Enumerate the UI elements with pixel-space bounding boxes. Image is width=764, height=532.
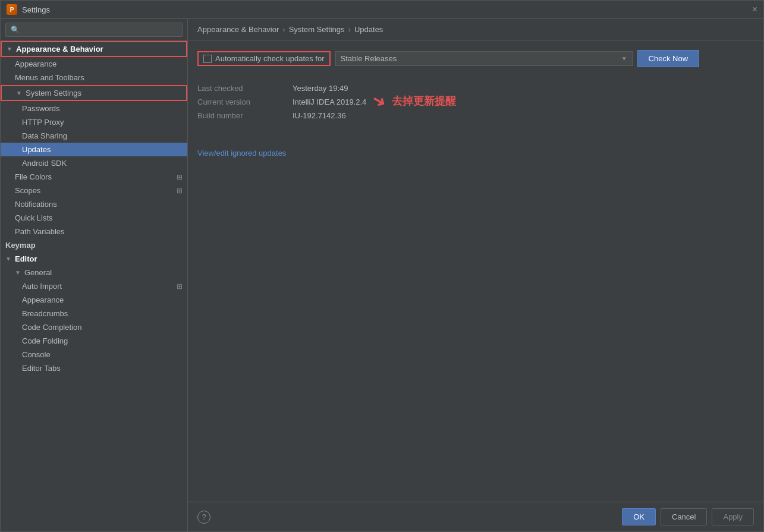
- sidebar-item-notifications[interactable]: Notifications: [1, 197, 187, 211]
- sidebar-item-appearance-editor[interactable]: Appearance: [1, 293, 187, 307]
- auto-check-checkbox[interactable]: [203, 55, 212, 63]
- update-type-dropdown[interactable]: Stable Releases ▼: [335, 51, 633, 66]
- sidebar-item-scopes[interactable]: Scopes ⊞: [1, 184, 187, 197]
- sidebar-item-breadcrumbs[interactable]: Breadcrumbs: [1, 307, 187, 320]
- sidebar: ▼ Appearance & Behavior Appearance Menus…: [1, 19, 188, 531]
- sidebar-item-label: Editor: [15, 254, 37, 263]
- sidebar-item-label: File Colors: [15, 172, 52, 181]
- view-link-container: View/edit ignored updates: [197, 139, 754, 158]
- arrow-icon: ▼: [7, 46, 15, 52]
- sidebar-item-label: Path Variables: [15, 227, 65, 236]
- sidebar-item-label: Passwords: [22, 104, 60, 113]
- sidebar-content: ▼ Appearance & Behavior Appearance Menus…: [1, 41, 187, 531]
- sidebar-item-appearance[interactable]: Appearance: [1, 57, 187, 71]
- main-content: ▼ Appearance & Behavior Appearance Menus…: [1, 19, 763, 531]
- bottom-bar: ? OK Cancel Apply: [188, 502, 763, 531]
- settings-window: P Settings × ▼ Appearance & Behavior App…: [0, 0, 764, 532]
- auto-check-label: Automatically check updates for: [215, 54, 325, 63]
- sidebar-item-label: Code Completion: [22, 323, 81, 332]
- title-bar: P Settings ×: [1, 1, 763, 19]
- sidebar-item-data-sharing[interactable]: Data Sharing: [1, 129, 187, 143]
- sidebar-item-label: Auto Import: [22, 282, 62, 291]
- sidebar-item-label: System Settings: [26, 89, 81, 97]
- sidebar-item-passwords[interactable]: Passwords: [1, 102, 187, 115]
- search-bar: [1, 19, 187, 41]
- file-colors-icon: ⊞: [177, 173, 183, 181]
- auto-import-icon: ⊞: [177, 282, 183, 291]
- help-button[interactable]: ?: [197, 511, 210, 524]
- annotation-arrow-icon: ➜: [369, 89, 390, 112]
- ok-button[interactable]: OK: [622, 508, 656, 525]
- breadcrumb-sep-2: ›: [348, 25, 351, 34]
- sidebar-item-label: HTTP Proxy: [22, 118, 64, 127]
- sidebar-item-file-colors[interactable]: File Colors ⊞: [1, 170, 187, 184]
- sidebar-item-label: Appearance: [22, 295, 64, 304]
- sidebar-item-label: Breadcrumbs: [22, 309, 68, 318]
- sidebar-item-label: Menus and Toolbars: [15, 73, 84, 82]
- sidebar-item-console[interactable]: Console: [1, 348, 187, 361]
- breadcrumb-system-settings: System Settings: [289, 25, 345, 34]
- dropdown-arrow-icon: ▼: [621, 55, 627, 62]
- sidebar-item-general[interactable]: ▼ General: [1, 266, 187, 279]
- info-section: Last checked Yesterday 19:49 Current ver…: [197, 79, 754, 125]
- sidebar-item-code-completion[interactable]: Code Completion: [1, 320, 187, 334]
- sidebar-item-appearance-behavior[interactable]: ▼ Appearance & Behavior: [1, 41, 187, 57]
- sidebar-item-label: General: [24, 268, 52, 277]
- current-version-label: Current version: [197, 97, 281, 106]
- close-button[interactable]: ×: [752, 4, 757, 15]
- main-panel: Appearance & Behavior › System Settings …: [188, 19, 763, 531]
- build-number-row: Build number IU-192.7142.36: [197, 111, 366, 120]
- sidebar-item-label: Console: [22, 350, 51, 359]
- sidebar-item-label: Android SDK: [22, 159, 67, 168]
- panel-body: Automatically check updates for Stable R…: [188, 40, 763, 502]
- view-edit-ignored-updates-link[interactable]: View/edit ignored updates: [197, 149, 286, 158]
- sidebar-item-updates[interactable]: Updates: [1, 143, 187, 156]
- bottom-left: ?: [197, 511, 210, 524]
- annotation: ➜ 去掉更新提醒: [372, 91, 456, 111]
- build-number-value: IU-192.7142.36: [293, 111, 346, 120]
- arrow-icon: ▼: [15, 269, 23, 276]
- sidebar-item-auto-import[interactable]: Auto Import ⊞: [1, 279, 187, 293]
- sidebar-item-quick-lists[interactable]: Quick Lists: [1, 211, 187, 225]
- window-title: Settings: [22, 5, 50, 14]
- info-table: Last checked Yesterday 19:49 Current ver…: [197, 84, 366, 125]
- sidebar-item-label: Notifications: [15, 200, 57, 209]
- sidebar-item-label: Code Folding: [22, 336, 68, 345]
- current-version-value: IntelliJ IDEA 2019.2.4: [293, 97, 366, 106]
- breadcrumb-appearance-behavior: Appearance & Behavior: [197, 25, 279, 34]
- sidebar-item-label: Appearance & Behavior: [16, 45, 103, 53]
- annotation-text: 去掉更新提醒: [392, 94, 456, 108]
- sidebar-item-android-sdk[interactable]: Android SDK: [1, 156, 187, 170]
- auto-check-checkbox-container: Automatically check updates for: [197, 51, 331, 66]
- sidebar-item-label: Updates: [22, 145, 51, 154]
- title-bar-left: P Settings: [7, 4, 50, 15]
- dropdown-value: Stable Releases: [341, 54, 397, 63]
- sidebar-item-http-proxy[interactable]: HTTP Proxy: [1, 115, 187, 129]
- last-checked-value: Yesterday 19:49: [293, 84, 348, 93]
- last-checked-label: Last checked: [197, 84, 281, 93]
- arrow-icon: ▼: [16, 90, 24, 96]
- sidebar-item-label: Keymap: [5, 241, 36, 250]
- app-icon: P: [7, 4, 17, 15]
- arrow-icon: ▼: [5, 256, 14, 262]
- sidebar-item-editor-tabs[interactable]: Editor Tabs: [1, 361, 187, 375]
- last-checked-row: Last checked Yesterday 19:49: [197, 84, 366, 93]
- current-version-row: Current version IntelliJ IDEA 2019.2.4: [197, 97, 366, 106]
- sidebar-item-editor[interactable]: ▼ Editor: [1, 252, 187, 266]
- search-input[interactable]: [5, 23, 183, 37]
- sidebar-item-label: Editor Tabs: [22, 364, 61, 373]
- sidebar-item-menus-toolbars[interactable]: Menus and Toolbars: [1, 71, 187, 84]
- apply-button[interactable]: Apply: [712, 508, 754, 525]
- scopes-icon: ⊞: [177, 187, 183, 195]
- check-now-button[interactable]: Check Now: [637, 50, 699, 67]
- sidebar-item-system-settings[interactable]: ▼ System Settings: [1, 85, 187, 101]
- sidebar-item-keymap[interactable]: Keymap: [1, 238, 187, 252]
- sidebar-item-code-folding[interactable]: Code Folding: [1, 334, 187, 348]
- sidebar-item-path-variables[interactable]: Path Variables: [1, 225, 187, 238]
- breadcrumb: Appearance & Behavior › System Settings …: [188, 19, 763, 40]
- updates-row: Automatically check updates for Stable R…: [197, 50, 754, 67]
- breadcrumb-updates: Updates: [354, 25, 383, 34]
- bottom-right: OK Cancel Apply: [622, 508, 754, 525]
- sidebar-item-label: Quick Lists: [15, 213, 53, 222]
- cancel-button[interactable]: Cancel: [661, 508, 707, 525]
